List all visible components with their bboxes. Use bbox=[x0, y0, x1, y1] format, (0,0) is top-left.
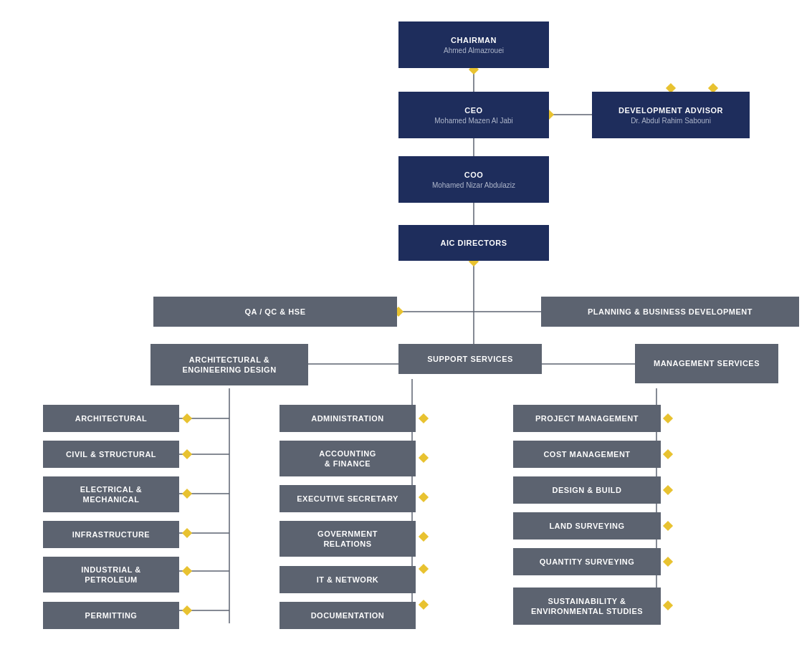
diamond-elec bbox=[182, 489, 192, 499]
civil-structural-title: CIVIL & STRUCTURAL bbox=[66, 449, 156, 459]
design-build-title: DESIGN & BUILD bbox=[553, 485, 622, 495]
diamond-land bbox=[663, 521, 673, 531]
coo-title: COO bbox=[464, 170, 484, 180]
dev-advisor-title: DEVELOPMENT ADVISOR bbox=[618, 105, 723, 115]
arch-eng-title: ARCHITECTURAL & ENGINEERING DESIGN bbox=[182, 355, 276, 375]
project-mgmt-title: PROJECT MANAGEMENT bbox=[535, 413, 639, 423]
design-build-node: DESIGN & BUILD bbox=[513, 476, 661, 504]
accounting-finance-title: ACCOUNTING & FINANCE bbox=[319, 449, 376, 469]
administration-node: ADMINISTRATION bbox=[280, 405, 416, 432]
diamond-it bbox=[419, 564, 429, 574]
architectural-node: ARCHITECTURAL bbox=[43, 405, 179, 432]
ceo-title: CEO bbox=[464, 105, 482, 115]
diamond-design bbox=[663, 485, 673, 495]
permitting-node: PERMITTING bbox=[43, 602, 179, 629]
project-mgmt-node: PROJECT MANAGEMENT bbox=[513, 405, 661, 432]
govt-relations-node: GOVERNMENT RELATIONS bbox=[280, 521, 416, 557]
diamond-indus bbox=[182, 566, 192, 576]
aic-directors-node: AIC DIRECTORS bbox=[398, 225, 549, 261]
land-surveying-title: LAND SURVEYING bbox=[549, 521, 624, 531]
coo-subtitle: Mohamed Nizar Abdulaziz bbox=[432, 181, 515, 189]
support-services-node: SUPPORT SERVICES bbox=[398, 344, 542, 374]
diamond-proj bbox=[663, 413, 673, 423]
infrastructure-title: INFRASTRUCTURE bbox=[72, 529, 150, 539]
documentation-title: DOCUMENTATION bbox=[311, 610, 385, 620]
diamond-cost bbox=[663, 449, 673, 459]
ceo-subtitle: Mohamed Mazen Al Jabi bbox=[434, 117, 513, 125]
coo-node: COO Mohamed Nizar Abdulaziz bbox=[398, 156, 549, 203]
qa-qc-title: QA / QC & HSE bbox=[245, 307, 306, 317]
quantity-surveying-node: QUANTITY SURVEYING bbox=[513, 548, 661, 575]
permitting-title: PERMITTING bbox=[85, 610, 138, 620]
diamond-govt bbox=[419, 532, 429, 542]
diamond-qty bbox=[663, 557, 673, 567]
land-surveying-node: LAND SURVEYING bbox=[513, 512, 661, 539]
mgmt-services-node: MANAGEMENT SERVICES bbox=[635, 344, 778, 383]
diamond-infra bbox=[182, 528, 192, 538]
diamond-arch bbox=[182, 413, 192, 423]
qa-qc-node: QA / QC & HSE bbox=[153, 297, 397, 327]
quantity-surveying-title: QUANTITY SURVEYING bbox=[540, 557, 635, 567]
sustainability-node: SUSTAINABILITY & ENVIRONMENTAL STUDIES bbox=[513, 588, 661, 625]
support-services-title: SUPPORT SERVICES bbox=[427, 354, 513, 364]
mgmt-services-title: MANAGEMENT SERVICES bbox=[654, 358, 760, 368]
diamond-doc bbox=[419, 600, 429, 610]
dev-advisor-node: DEVELOPMENT ADVISOR Dr. Abdul Rahim Sabo… bbox=[592, 92, 750, 138]
infrastructure-node: INFRASTRUCTURE bbox=[43, 521, 179, 548]
diamond-exec bbox=[419, 492, 429, 502]
arch-eng-node: ARCHITECTURAL & ENGINEERING DESIGN bbox=[151, 344, 308, 385]
ceo-node: CEO Mohamed Mazen Al Jabi bbox=[398, 92, 549, 138]
cost-mgmt-title: COST MANAGEMENT bbox=[543, 449, 630, 459]
dev-advisor-subtitle: Dr. Abdul Rahim Sabouni bbox=[631, 117, 711, 125]
diamond-acct bbox=[419, 453, 429, 463]
administration-title: ADMINISTRATION bbox=[311, 413, 384, 423]
aic-directors-title: AIC DIRECTORS bbox=[440, 238, 507, 248]
diamond-permit bbox=[182, 605, 192, 615]
govt-relations-title: GOVERNMENT RELATIONS bbox=[317, 529, 378, 550]
architectural-title: ARCHITECTURAL bbox=[75, 413, 148, 423]
it-network-title: IT & NETWORK bbox=[317, 575, 379, 585]
diamond-sust bbox=[663, 600, 673, 610]
it-network-node: IT & NETWORK bbox=[280, 566, 416, 593]
chairman-node: CHAIRMAN Ahmed Almazrouei bbox=[398, 21, 549, 68]
planning-biz-title: PLANNING & BUSINESS DEVELOPMENT bbox=[588, 307, 753, 317]
electrical-mech-node: ELECTRICAL & MECHANICAL bbox=[43, 476, 179, 512]
civil-structural-node: CIVIL & STRUCTURAL bbox=[43, 441, 179, 468]
diamond-admin bbox=[419, 413, 429, 423]
chairman-subtitle: Ahmed Almazrouei bbox=[444, 47, 504, 54]
industrial-petro-title: INDUSTRIAL & PETROLEUM bbox=[81, 565, 140, 585]
accounting-finance-node: ACCOUNTING & FINANCE bbox=[280, 441, 416, 476]
exec-secretary-title: EXECUTIVE SECRETARY bbox=[297, 494, 398, 504]
diamond-civil bbox=[182, 449, 192, 459]
industrial-petro-node: INDUSTRIAL & PETROLEUM bbox=[43, 557, 179, 593]
chairman-title: CHAIRMAN bbox=[451, 35, 497, 45]
org-chart: CHAIRMAN Ahmed Almazrouei CEO Mohamed Ma… bbox=[0, 0, 812, 657]
documentation-node: DOCUMENTATION bbox=[280, 602, 416, 629]
exec-secretary-node: EXECUTIVE SECRETARY bbox=[280, 485, 416, 512]
planning-biz-node: PLANNING & BUSINESS DEVELOPMENT bbox=[541, 297, 799, 327]
electrical-mech-title: ELECTRICAL & MECHANICAL bbox=[80, 484, 142, 505]
cost-mgmt-node: COST MANAGEMENT bbox=[513, 441, 661, 468]
sustainability-title: SUSTAINABILITY & ENVIRONMENTAL STUDIES bbox=[531, 596, 643, 617]
